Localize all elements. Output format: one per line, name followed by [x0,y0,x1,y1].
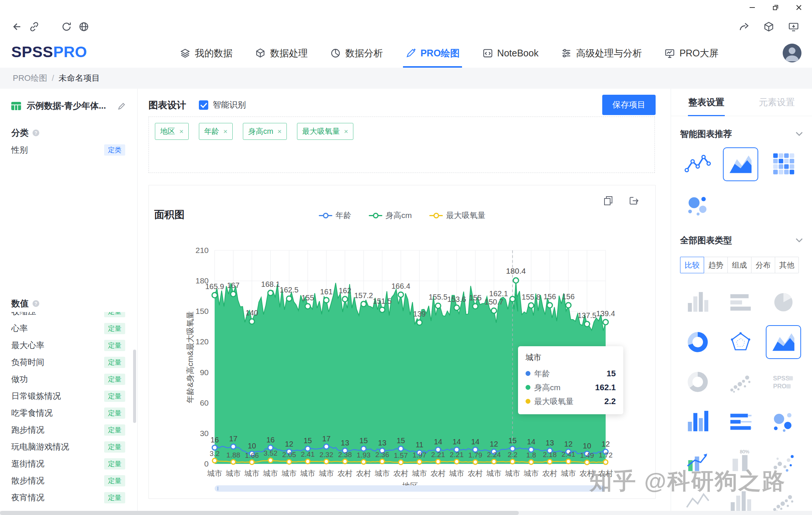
nav-item-4[interactable]: PRO绘图 [405,38,459,68]
browser-toolbar-left [8,15,92,38]
cast-icon[interactable] [785,18,802,35]
chart-type-scatter-gray[interactable] [723,365,758,399]
field-drop-zone[interactable]: 地区×年龄×身高cm×最大吸氧量× [148,117,655,173]
filter-tab-5[interactable]: 其他 [775,257,799,273]
svg-text:2.21: 2.21 [450,451,464,459]
close-window-button[interactable] [787,0,810,15]
chart-type-pie-gray[interactable] [766,285,801,319]
chart-type-hbar-blue[interactable] [723,405,758,439]
category-field-1[interactable]: 性别定类 [0,141,137,158]
svg-text:城市: 城市 [281,469,297,477]
numeric-field-2[interactable]: 心率定量 [0,320,137,337]
package-icon[interactable] [760,18,777,35]
numeric-field-7[interactable]: 吃零食情况定量 [0,404,137,421]
main-nav: 我的数据数据处理数据分析PRO绘图NoteBook高级处理与分析PRO大屏 [132,38,767,68]
settings-tab-1[interactable]: 整表设置 [671,89,742,116]
globe-icon[interactable] [75,18,92,35]
export-chart-icon[interactable] [628,195,639,206]
legend-item-2[interactable]: 身高cm [369,210,412,221]
datazoom-slider[interactable] [215,485,606,492]
nav-item-5[interactable]: NoteBook [482,38,539,68]
legend-item-1[interactable]: 年龄 [319,210,351,221]
field-tag-4[interactable]: 最大吸氧量× [297,123,353,140]
legend-item-3[interactable]: 最大吸氧量 [429,210,486,221]
remove-tag-icon[interactable]: × [344,128,348,135]
numeric-field-8[interactable]: 跑步情况定量 [0,421,137,438]
dataset-selector[interactable]: 示例数据-青少年体... [11,100,126,112]
remove-tag-icon[interactable]: × [179,128,183,135]
numeric-field-4[interactable]: 负荷时间定量 [0,354,137,371]
nav-item-2[interactable]: 数据处理 [255,38,308,68]
field-tag-2[interactable]: 年龄× [199,123,233,140]
numeric-field-5[interactable]: 做功定量 [0,371,137,388]
field-type-badge: 定类 [104,144,125,156]
restore-window-button[interactable] [764,0,787,15]
nav-item-1[interactable]: 我的数据 [180,38,232,68]
smart-detect-checkbox[interactable] [199,100,208,110]
field-tag-1[interactable]: 地区× [155,123,189,140]
remove-tag-icon[interactable]: × [223,128,227,135]
svg-text:城市: 城市 [486,469,501,477]
recommend-thumb-line[interactable] [680,147,715,181]
recommend-section-header[interactable]: 智能图表推荐 [680,128,803,140]
copy-chart-icon[interactable] [603,195,614,206]
nav-item-7[interactable]: PRO大屏 [664,38,718,68]
chart-type-bar-gray[interactable] [680,285,715,319]
breadcrumb-parent[interactable]: PRO绘图 [13,73,47,84]
page-scrollbar-thumb[interactable] [0,511,519,515]
chevron-down-icon[interactable] [795,132,803,137]
all-types-section-header[interactable]: 全部图表类型 [680,235,803,246]
chart-type-spsspro[interactable]: SPSSPRO [766,365,801,399]
nav-item-6[interactable]: 高级处理与分析 [561,38,642,68]
svg-text:1.49: 1.49 [580,451,594,459]
recommend-thumb-area[interactable] [723,147,758,181]
settings-tab-2[interactable]: 元素设置 [742,89,812,116]
save-project-button[interactable]: 保存项目 [602,95,656,115]
remove-tag-icon[interactable]: × [277,128,282,135]
chart-type-bubble-blue[interactable] [766,405,801,439]
app-logo[interactable]: SPSSPRO [11,43,87,61]
legend-marker-icon [429,212,443,218]
user-avatar[interactable] [783,44,801,62]
area-chart-canvas[interactable]: 0306090120150180210年龄&身高cm&最大吸氧量城市城市城市城市… [149,185,655,498]
filter-tab-3[interactable]: 组成 [727,257,751,273]
chart-type-bar-blue[interactable] [680,405,715,439]
recommend-thumb-bubble[interactable] [680,189,715,223]
chevron-down-icon[interactable] [795,238,803,243]
filter-tab-2[interactable]: 趋势 [704,257,728,273]
numeric-field-12[interactable]: 夜宵情况定量 [0,489,137,506]
minimize-window-button[interactable] [741,0,764,15]
settings-panel: 整表设置元素设置 智能图表推荐 全部图表类型 比较趋势组成分布其他 SPSSPR… [671,89,812,515]
numeric-field-6[interactable]: 日常锻炼情况定量 [0,388,137,404]
chart-type-gauge-gray[interactable] [680,365,715,399]
edit-dataset-icon[interactable] [117,101,126,111]
filter-tab-1[interactable]: 比较 [680,257,704,273]
numeric-field-11[interactable]: 散步情况定量 [0,472,137,489]
filter-tab-4[interactable]: 分布 [751,257,775,273]
help-icon[interactable]: ? [32,129,39,136]
field-label: 性别 [11,144,28,156]
chart-type-donut-blue[interactable] [680,325,715,359]
code-icon [482,48,493,59]
recommend-thumb-heatmap[interactable] [766,147,801,181]
back-icon[interactable] [8,18,26,35]
nav-item-3[interactable]: 数据分析 [330,38,383,68]
chart-type-hbar-gray[interactable] [723,285,758,319]
help-icon[interactable]: ? [32,300,39,307]
refresh-icon[interactable] [58,18,75,35]
share-icon[interactable] [735,18,753,35]
numeric-field-1[interactable]: 收缩压定量 [0,312,137,320]
chart-type-radar-blue[interactable] [723,325,758,359]
sidebar-scrollbar[interactable] [133,350,136,423]
numeric-field-10[interactable]: 逛街情况定量 [0,455,137,472]
svg-text:153.6: 153.6 [447,295,466,303]
chart-type-area[interactable] [766,325,801,359]
svg-text:16: 16 [266,436,274,444]
link-icon[interactable] [26,18,43,35]
svg-text:年龄&身高cm&最大吸氧量: 年龄&身高cm&最大吸氧量 [186,311,194,403]
table-icon [11,100,22,112]
numeric-field-9[interactable]: 玩电脑游戏情况定量 [0,438,137,455]
svg-text:城市: 城市 [504,469,520,477]
field-tag-3[interactable]: 身高cm× [243,123,287,140]
numeric-field-3[interactable]: 最大心率定量 [0,337,137,354]
